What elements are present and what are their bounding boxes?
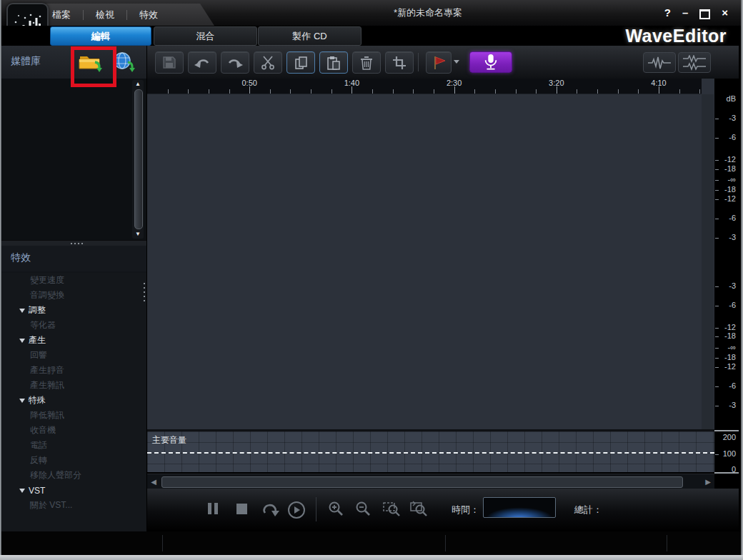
pause-button[interactable] (208, 503, 218, 514)
redo-icon (227, 56, 243, 69)
cut-button[interactable] (254, 51, 282, 74)
status-separator (667, 535, 667, 551)
marker-button[interactable] (426, 51, 452, 74)
scroll-up-icon[interactable]: ▲ (132, 80, 144, 89)
stop-button[interactable] (236, 504, 247, 514)
total-label: 總計： (574, 504, 602, 516)
effects-item-row: 反轉 (1, 453, 146, 468)
record-button[interactable] (469, 51, 512, 73)
close-button[interactable]: × (722, 6, 728, 20)
collapse-triangle-icon[interactable] (19, 399, 25, 403)
effects-tree: 變更速度音調變換調整等化器產生回響產生靜音產生雜訊特殊降低雜訊收音機電話反轉移除… (1, 273, 146, 531)
ruler-corner (702, 79, 714, 94)
effects-item-label: 關於 VST... (30, 499, 72, 511)
menu-view[interactable]: 檢視 (89, 9, 121, 21)
ruler-tick (454, 86, 455, 94)
marker-dropdown-button[interactable] (452, 51, 461, 72)
scroll-right-icon[interactable]: ▶ (702, 474, 714, 489)
time-label: 時間： (452, 504, 479, 516)
transport-bar: 時間： 總計： (147, 489, 739, 531)
zoom-in-icon (328, 501, 344, 517)
db-scale-tick (715, 119, 719, 119)
paste-button[interactable] (319, 51, 348, 74)
effects-item-row: 回響 (1, 348, 146, 363)
menu-file[interactable]: 檔案 (46, 9, 77, 21)
db-scale-label: -12 (724, 155, 736, 164)
maximize-button[interactable] (699, 9, 710, 19)
time-display[interactable] (483, 497, 556, 518)
delete-button[interactable] (352, 51, 381, 74)
collapse-triangle-icon[interactable] (19, 309, 25, 313)
media-library-scrollbar[interactable]: ▲ ▼ (132, 80, 144, 239)
timeline-ruler[interactable]: 0:501:402:303:204:10 (147, 79, 702, 94)
scroll-left-icon[interactable]: ◀ (147, 474, 160, 489)
mode-tab-row: 編輯 混合 製作 CD WaveEditor (1, 26, 741, 46)
track-vertical-scrollbar[interactable] (702, 94, 714, 429)
effects-item-row: 移除人聲部分 (1, 468, 146, 483)
play-selection-icon (288, 501, 305, 519)
db-scale-tick (715, 160, 719, 161)
window-controls: ? – × (664, 6, 728, 20)
db-scale-tick (715, 169, 719, 170)
effects-item-row: 降低雜訊 (1, 408, 146, 423)
effects-group-row[interactable]: 特殊 (1, 393, 146, 408)
loop-playback-button[interactable] (260, 501, 280, 517)
web-import-icon (113, 51, 137, 73)
db-scale-label: -18 (724, 185, 736, 194)
sidebar-splitter-grip-icon[interactable] (144, 283, 145, 301)
tab-edit[interactable]: 編輯 (50, 26, 151, 46)
db-scale-label: -3 (729, 233, 736, 241)
scrollbar-thumb[interactable] (134, 89, 143, 229)
scroll-down-icon[interactable]: ▼ (132, 230, 144, 239)
zoom-out-button[interactable] (355, 501, 372, 517)
zoom-to-selection-button[interactable] (383, 501, 401, 517)
ruler-tick (495, 89, 496, 94)
ruler-tick (597, 89, 598, 94)
menu-effects[interactable]: 特效 (133, 9, 164, 21)
effects-item-label: 產生雜訊 (30, 379, 64, 391)
master-volume-track[interactable]: 主要音量 (147, 431, 714, 472)
minimize-button[interactable]: – (682, 6, 688, 20)
tab-mix[interactable]: 混合 (154, 26, 257, 46)
crop-button[interactable] (385, 51, 414, 74)
tab-make-cd[interactable]: 製作 CD (258, 26, 361, 46)
effects-panel-header: 特效 (1, 246, 146, 271)
volume-envelope-line[interactable] (147, 452, 714, 454)
effects-item-label: 調整 (29, 304, 46, 316)
zoom-to-fit-button[interactable] (410, 501, 428, 517)
timeline-scrollbar[interactable]: ◀ ▶ (147, 474, 714, 489)
timeline-time-label: 3:20 (549, 79, 564, 87)
db-scale-tick (715, 454, 719, 455)
effects-group-row[interactable]: VST (1, 483, 146, 498)
effects-item-row: 音調變換 (1, 288, 146, 303)
waveform-view-button[interactable] (643, 52, 676, 73)
copy-button[interactable] (286, 51, 315, 74)
redo-button[interactable] (221, 51, 249, 74)
timeline-scrollbar-thumb[interactable] (161, 476, 683, 488)
db-scale-tick (715, 199, 719, 200)
media-library-list[interactable]: ▲ ▼ (1, 79, 146, 240)
db-scale-tick (715, 367, 719, 368)
collapse-triangle-icon[interactable] (19, 339, 25, 343)
collapse-triangle-icon[interactable] (19, 489, 25, 493)
effects-group-row[interactable]: 產生 (1, 333, 146, 348)
db-scale-label: -12 (724, 194, 736, 203)
pause-icon (208, 503, 211, 514)
effects-group-row[interactable]: 調整 (1, 303, 146, 318)
waveform-track-area[interactable] (147, 94, 714, 429)
undo-button[interactable] (188, 51, 216, 74)
db-scale-tick (715, 190, 719, 191)
save-button[interactable] (155, 51, 184, 74)
splitter-grip-icon (71, 243, 83, 244)
multitrack-icon (683, 55, 706, 71)
microphone-icon (482, 54, 499, 71)
transport-separator (316, 497, 316, 521)
help-button[interactable]: ? (664, 6, 671, 20)
annotation-red-box (71, 46, 116, 87)
db-scale-label: -18 (724, 353, 736, 361)
waveform-icon (648, 56, 671, 69)
loop-icon (260, 501, 280, 517)
play-selection-button[interactable] (288, 501, 305, 519)
multitrack-view-button[interactable] (678, 52, 711, 73)
zoom-in-button[interactable] (328, 501, 344, 517)
